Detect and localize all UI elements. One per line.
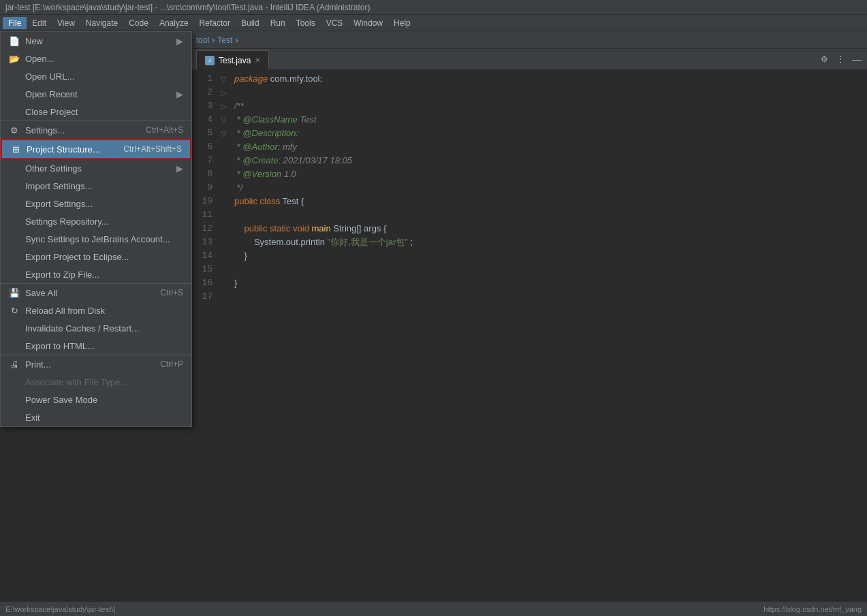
- menu-item-exit[interactable]: Exit: [1, 408, 191, 426]
- menu-item-other-settings[interactable]: Other Settings ▶: [1, 159, 191, 177]
- export-html-icon: [9, 340, 20, 351]
- menu-item-power-save[interactable]: Power Save Mode: [1, 391, 191, 408]
- line-numbers: 1 2 3 4 5 6 7 8 9 10 11 12 13 14 15 16 1…: [191, 69, 218, 601]
- menu-item-save-all-label: Save All: [25, 288, 155, 298]
- menu-item-export-html[interactable]: Export to HTML...: [1, 337, 191, 355]
- tab-java-icon: J: [205, 56, 215, 65]
- export-settings-icon: [9, 198, 20, 209]
- menu-item-reload[interactable]: ↻ Reload All from Disk: [1, 302, 191, 319]
- menu-help[interactable]: Help: [388, 17, 416, 29]
- menu-item-settings[interactable]: ⚙ Settings... Ctrl+Alt+S: [1, 120, 191, 139]
- titlebar: jar-test [E:\workspace\java\study\jar-te…: [0, 0, 867, 15]
- breadcrumb-tool[interactable]: tool: [196, 35, 209, 45]
- menu-item-open-url-label: Open URL...: [25, 71, 183, 82]
- invalidate-icon: [9, 323, 20, 334]
- statusbar: E:\workspace\java\study\jar-test\] https…: [0, 601, 867, 616]
- toolbar-minimize-icon[interactable]: —: [849, 52, 864, 67]
- other-settings-icon: [9, 163, 20, 174]
- save-all-shortcut: Ctrl+S: [160, 288, 183, 297]
- settings-repo-icon: [9, 216, 20, 227]
- reload-icon: ↻: [9, 305, 20, 316]
- new-arrow-icon: ▶: [176, 36, 183, 46]
- menu-item-export-eclipse[interactable]: Export Project to Eclipse...: [1, 248, 191, 265]
- settings-shortcut: Ctrl+Alt+S: [146, 125, 183, 135]
- tab-close-button[interactable]: ✕: [255, 56, 260, 64]
- sync-settings-icon: [9, 233, 20, 244]
- menu-view[interactable]: View: [52, 17, 80, 29]
- menu-file[interactable]: File: [3, 17, 27, 29]
- code-content[interactable]: package com.mfy.tool; /** * @ClassName T…: [229, 69, 867, 601]
- menu-item-open-url[interactable]: Open URL...: [1, 67, 191, 85]
- menu-tools[interactable]: Tools: [291, 17, 321, 29]
- menu-item-export-zip[interactable]: Export to Zip File...: [1, 265, 191, 283]
- toolbar-settings-icon[interactable]: ⚙: [817, 52, 832, 67]
- editor-toolbar: ⚙ ⋮ —: [817, 52, 864, 67]
- breadcrumb-sep1: ›: [212, 35, 215, 45]
- open-recent-icon: [9, 88, 20, 99]
- menu-item-power-save-label: Power Save Mode: [25, 395, 183, 405]
- menu-item-print[interactable]: 🖨 Print... Ctrl+P: [1, 355, 191, 373]
- tab-test-java-label: Test.java: [219, 56, 251, 65]
- menu-item-associate: Associate with File Type...: [1, 373, 191, 391]
- close-project-icon: [9, 106, 20, 117]
- code-editor[interactable]: 1 2 3 4 5 6 7 8 9 10 11 12 13 14 15 16 1…: [191, 69, 867, 601]
- menu-analyze[interactable]: Analyze: [154, 17, 194, 29]
- menu-navigate[interactable]: Navigate: [80, 17, 123, 29]
- tab-test-java[interactable]: J Test.java ✕: [196, 50, 269, 69]
- menu-refactor[interactable]: Refactor: [194, 17, 236, 29]
- import-settings-icon: [9, 180, 20, 191]
- menu-code[interactable]: Code: [123, 17, 154, 29]
- export-eclipse-icon: [9, 251, 20, 262]
- exit-icon: [9, 412, 20, 423]
- menu-item-exit-label: Exit: [25, 412, 183, 423]
- menu-item-project-structure[interactable]: ⊞ Project Structure... Ctrl+Alt+Shift+S: [1, 139, 191, 159]
- menu-edit[interactable]: Edit: [27, 17, 52, 29]
- menu-window[interactable]: Window: [348, 17, 388, 29]
- menu-item-associate-label: Associate with File Type...: [25, 377, 183, 387]
- menu-item-export-html-label: Export to HTML...: [25, 341, 183, 351]
- statusbar-right: https://blog.csdn.net/mf_yang: [763, 605, 862, 613]
- editor-region: tool › Test › J Test.java ✕ ⚙ ⋮ — 1 2 3 …: [191, 31, 867, 601]
- menu-item-sync-settings[interactable]: Sync Settings to JetBrains Account...: [1, 230, 191, 248]
- save-all-icon: 💾: [9, 287, 20, 298]
- menu-item-reload-label: Reload All from Disk: [25, 306, 183, 316]
- menu-run[interactable]: Run: [265, 17, 291, 29]
- project-structure-shortcut: Ctrl+Alt+Shift+S: [123, 144, 182, 154]
- file-icon: 📄: [9, 35, 20, 46]
- editor-tab-bar: J Test.java ✕ ⚙ ⋮ —: [191, 49, 867, 69]
- open-url-icon: [9, 71, 20, 82]
- menu-item-invalidate[interactable]: Invalidate Caches / Restart...: [1, 319, 191, 337]
- menu-item-save-all[interactable]: 💾 Save All Ctrl+S: [1, 283, 191, 302]
- menu-item-export-eclipse-label: Export Project to Eclipse...: [25, 252, 183, 262]
- print-icon: 🖨: [9, 359, 20, 370]
- menu-item-new[interactable]: 📄 New ▶: [1, 32, 191, 50]
- breadcrumb-test[interactable]: Test: [217, 35, 232, 45]
- other-settings-arrow: ▶: [176, 163, 183, 174]
- menu-item-open-recent-label: Open Recent: [25, 89, 171, 99]
- power-save-icon: [9, 394, 20, 405]
- menu-item-new-label: New: [25, 36, 171, 46]
- print-shortcut: Ctrl+P: [160, 359, 183, 369]
- menu-item-export-settings[interactable]: Export Settings...: [1, 195, 191, 212]
- breadcrumb-bar: tool › Test ›: [191, 31, 867, 49]
- menu-build[interactable]: Build: [236, 17, 265, 29]
- menu-item-settings-label: Settings...: [25, 125, 140, 135]
- menu-item-settings-repo[interactable]: Settings Repository...: [1, 212, 191, 230]
- menu-item-open[interactable]: 📂 Open...: [1, 50, 191, 67]
- menu-item-export-zip-label: Export to Zip File...: [25, 270, 183, 280]
- menu-item-close-project-label: Close Project: [25, 107, 183, 117]
- menu-item-export-settings-label: Export Settings...: [25, 199, 183, 209]
- menu-item-open-recent[interactable]: Open Recent ▶: [1, 85, 191, 103]
- menu-item-close-project[interactable]: Close Project: [1, 103, 191, 120]
- open-recent-arrow: ▶: [176, 89, 183, 99]
- menu-item-import-settings[interactable]: Import Settings...: [1, 177, 191, 195]
- menubar: File Edit View Navigate Code Analyze Ref…: [0, 15, 867, 31]
- export-zip-icon: [9, 269, 20, 280]
- menu-item-invalidate-label: Invalidate Caches / Restart...: [25, 323, 183, 334]
- menu-item-project-structure-label: Project Structure...: [27, 144, 118, 155]
- title-text: jar-test [E:\workspace\java\study\jar-te…: [5, 3, 370, 12]
- menu-item-open-label: Open...: [25, 54, 183, 64]
- menu-item-import-settings-label: Import Settings...: [25, 181, 183, 191]
- toolbar-menu-icon[interactable]: ⋮: [833, 52, 848, 67]
- menu-vcs[interactable]: VCS: [321, 17, 349, 29]
